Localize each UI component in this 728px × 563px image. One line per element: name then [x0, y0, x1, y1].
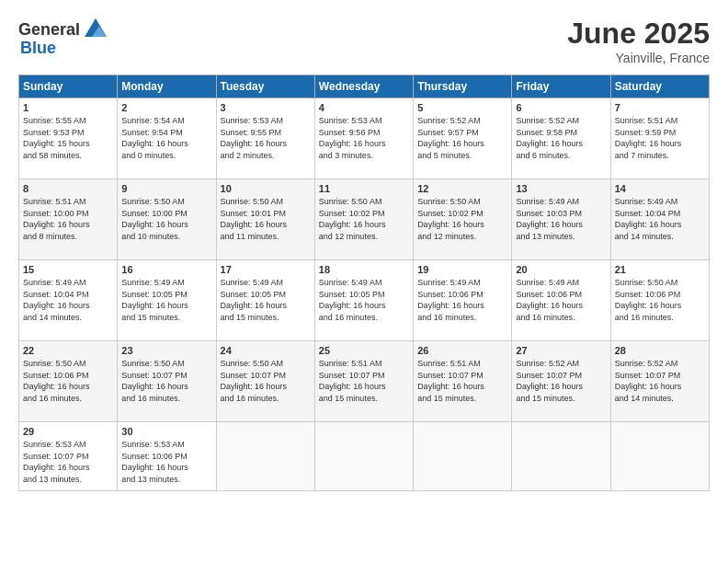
week-row-5: 29 Sunrise: 5:53 AMSunset: 10:07 PMDayli…: [19, 422, 710, 491]
day-30: 30 Sunrise: 5:53 AMSunset: 10:06 PMDayli…: [118, 422, 216, 491]
day-15: 15 Sunrise: 5:49 AMSunset: 10:04 PMDayli…: [19, 260, 118, 341]
week-row-4: 22 Sunrise: 5:50 AMSunset: 10:06 PMDayli…: [19, 341, 710, 422]
logo: General Blue: [18, 17, 108, 58]
day-6: 6 Sunrise: 5:52 AMSunset: 9:58 PMDayligh…: [512, 98, 610, 179]
day-14: 14 Sunrise: 5:49 AMSunset: 10:04 PMDayli…: [610, 179, 709, 260]
day-4: 4 Sunrise: 5:53 AMSunset: 9:56 PMDayligh…: [314, 98, 413, 179]
day-21: 21 Sunrise: 5:50 AMSunset: 10:06 PMDayli…: [610, 260, 709, 341]
day-17: 17 Sunrise: 5:49 AMSunset: 10:05 PMDayli…: [216, 260, 314, 341]
day-8: 8 Sunrise: 5:51 AMSunset: 10:00 PMDaylig…: [19, 179, 118, 260]
day-7: 7 Sunrise: 5:51 AMSunset: 9:59 PMDayligh…: [610, 98, 709, 179]
empty-cell-2: [314, 422, 413, 491]
day-3: 3 Sunrise: 5:53 AMSunset: 9:55 PMDayligh…: [216, 98, 314, 179]
day-29: 29 Sunrise: 5:53 AMSunset: 10:07 PMDayli…: [19, 422, 118, 491]
day-24: 24 Sunrise: 5:50 AMSunset: 10:07 PMDayli…: [216, 341, 314, 422]
day-25: 25 Sunrise: 5:51 AMSunset: 10:07 PMDayli…: [314, 341, 413, 422]
day-20: 20 Sunrise: 5:49 AMSunset: 10:06 PMDayli…: [512, 260, 610, 341]
logo-icon: [83, 17, 108, 42]
logo-blue: Blue: [20, 39, 56, 58]
day-19: 19 Sunrise: 5:49 AMSunset: 10:06 PMDayli…: [414, 260, 512, 341]
day-23: 23 Sunrise: 5:50 AMSunset: 10:07 PMDayli…: [118, 341, 216, 422]
header-saturday: Saturday: [610, 75, 709, 98]
week-row-2: 8 Sunrise: 5:51 AMSunset: 10:00 PMDaylig…: [19, 179, 710, 260]
location: Yainville, France: [567, 51, 710, 65]
week-row-3: 15 Sunrise: 5:49 AMSunset: 10:04 PMDayli…: [19, 260, 710, 341]
day-27: 27 Sunrise: 5:52 AMSunset: 10:07 PMDayli…: [512, 341, 610, 422]
month-title: June 2025: [567, 17, 710, 51]
day-26: 26 Sunrise: 5:51 AMSunset: 10:07 PMDayli…: [414, 341, 512, 422]
header-thursday: Thursday: [414, 75, 512, 98]
title-area: June 2025 Yainville, France: [567, 17, 710, 65]
empty-cell-3: [414, 422, 512, 491]
header-monday: Monday: [118, 75, 216, 98]
day-22: 22 Sunrise: 5:50 AMSunset: 10:06 PMDayli…: [19, 341, 118, 422]
empty-cell-5: [610, 422, 709, 491]
day-9: 9 Sunrise: 5:50 AMSunset: 10:00 PMDaylig…: [118, 179, 216, 260]
weekday-header-row: Sunday Monday Tuesday Wednesday Thursday…: [19, 75, 710, 98]
day-18: 18 Sunrise: 5:49 AMSunset: 10:05 PMDayli…: [314, 260, 413, 341]
week-row-1: 1 Sunrise: 5:55 AMSunset: 9:53 PMDayligh…: [19, 98, 710, 179]
logo-general: General: [18, 20, 80, 40]
header-sunday: Sunday: [19, 75, 118, 98]
day-5: 5 Sunrise: 5:52 AMSunset: 9:57 PMDayligh…: [414, 98, 512, 179]
day-12: 12 Sunrise: 5:50 AMSunset: 10:02 PMDayli…: [414, 179, 512, 260]
header-tuesday: Tuesday: [216, 75, 314, 98]
empty-cell-1: [216, 422, 314, 491]
day-1: 1 Sunrise: 5:55 AMSunset: 9:53 PMDayligh…: [19, 98, 118, 179]
day-2: 2 Sunrise: 5:54 AMSunset: 9:54 PMDayligh…: [118, 98, 216, 179]
day-11: 11 Sunrise: 5:50 AMSunset: 10:02 PMDayli…: [314, 179, 413, 260]
header-wednesday: Wednesday: [314, 75, 413, 98]
day-28: 28 Sunrise: 5:52 AMSunset: 10:07 PMDayli…: [610, 341, 709, 422]
header-friday: Friday: [512, 75, 610, 98]
page: General Blue June 2025 Yainville, France…: [0, 0, 728, 563]
day-16: 16 Sunrise: 5:49 AMSunset: 10:05 PMDayli…: [118, 260, 216, 341]
day-10: 10 Sunrise: 5:50 AMSunset: 10:01 PMDayli…: [216, 179, 314, 260]
empty-cell-4: [512, 422, 610, 491]
header: General Blue June 2025 Yainville, France: [18, 17, 710, 65]
day-13: 13 Sunrise: 5:49 AMSunset: 10:03 PMDayli…: [512, 179, 610, 260]
calendar-table: Sunday Monday Tuesday Wednesday Thursday…: [18, 75, 710, 491]
